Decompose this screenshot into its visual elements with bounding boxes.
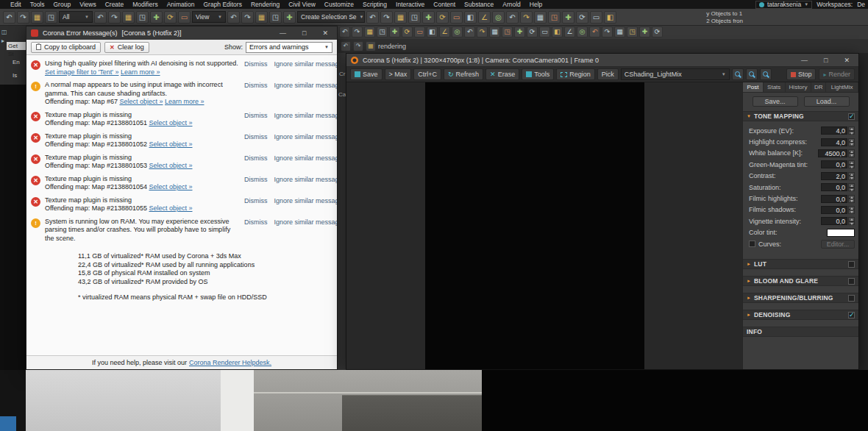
sharpening-checkbox[interactable]	[848, 295, 855, 302]
tab-lightmix[interactable]: LightMix	[826, 82, 858, 92]
toolbar-icon[interactable]	[366, 11, 379, 24]
toolbar-icon[interactable]	[45, 11, 57, 24]
saturation-spinner[interactable]: 0,0	[821, 183, 855, 191]
toolbar-icon[interactable]	[227, 11, 240, 24]
denoising-checkbox[interactable]	[848, 312, 855, 318]
viewport[interactable]	[26, 370, 868, 431]
spin-down-icon[interactable]	[848, 176, 855, 180]
spin-down-icon[interactable]	[848, 199, 855, 203]
toolbar-icon[interactable]	[122, 11, 135, 24]
section-tone-mapping[interactable]: TONE MAPPING	[743, 111, 858, 121]
toolbar-icon[interactable]: ◫	[1, 29, 7, 35]
maxscript-mini-listener[interactable]	[0, 416, 16, 431]
dismiss-link[interactable]: Dismiss	[244, 112, 268, 128]
toolbar-icon[interactable]	[604, 11, 616, 24]
toolbar-icon[interactable]	[402, 26, 413, 38]
section-lut[interactable]: LUT	[743, 259, 858, 269]
dismiss-link[interactable]: Dismiss	[244, 133, 268, 149]
toolbar-icon[interactable]	[450, 11, 463, 24]
menu-create[interactable]: Create	[105, 1, 124, 8]
copy-to-clipboard-button[interactable]: Copy to clipboard	[31, 42, 101, 53]
maximize-button[interactable]: □	[302, 29, 306, 37]
region-button[interactable]: Region	[556, 68, 595, 80]
toolbar-icon[interactable]	[652, 26, 663, 38]
vfb-titlebar[interactable]: Corona 5 (Hotfix 2) | 3200×4700px (1:8) …	[346, 54, 858, 67]
dismiss-link[interactable]: Dismiss	[244, 218, 268, 243]
save-button[interactable]: Save	[350, 68, 383, 80]
close-button[interactable]: ✕	[322, 29, 328, 37]
curves-checkbox[interactable]	[749, 241, 755, 247]
tab-history[interactable]: History	[786, 82, 812, 92]
zoom-in-button[interactable]	[732, 68, 744, 80]
toolbar-icon[interactable]	[502, 26, 513, 38]
spin-down-icon[interactable]	[848, 221, 855, 226]
toolbar-icon[interactable]	[164, 11, 177, 24]
dismiss-link[interactable]: Dismiss	[244, 82, 268, 107]
collapse-arrow-icon[interactable]	[747, 114, 751, 118]
toolbar-icon[interactable]	[377, 26, 388, 38]
select-object-link[interactable]: Select object »	[119, 98, 163, 105]
bloom-glare-checkbox[interactable]	[848, 278, 855, 285]
render-button[interactable]: ▸ Render	[819, 68, 855, 80]
menu-views[interactable]: Views	[79, 1, 96, 8]
selection-filter-dropdown[interactable]: All ▼	[59, 11, 93, 23]
get-started-tab[interactable]: Get St	[7, 42, 26, 50]
menu-scripting[interactable]: Scripting	[363, 1, 387, 8]
toolbar-icon[interactable]	[627, 26, 638, 38]
coordinate-system-dropdown[interactable]: View ▼	[192, 11, 226, 23]
toolbar-icon[interactable]	[178, 11, 191, 24]
ignore-similar-link[interactable]: Ignore similar messages	[274, 60, 338, 76]
toolbar-icon[interactable]	[439, 26, 450, 38]
render-canvas-area[interactable]	[346, 82, 742, 369]
section-sharpening-blurring[interactable]: SHARPENING/BLURRING	[743, 293, 858, 303]
select-object-link[interactable]: Select object »	[149, 183, 192, 190]
toolbar-icon[interactable]	[552, 26, 563, 38]
toolbar-icon[interactable]	[408, 11, 421, 24]
toolbar-icon[interactable]	[527, 26, 538, 38]
load-settings-button[interactable]: Load...	[804, 96, 850, 107]
menu-group[interactable]: Group	[54, 1, 71, 8]
menu-substance[interactable]: Substance	[464, 1, 494, 8]
menu-civil-view[interactable]: Civil View	[288, 1, 316, 8]
toolbar-icon[interactable]	[269, 11, 282, 24]
stop-button[interactable]: Stop	[786, 68, 817, 80]
tab-post[interactable]: Post	[743, 82, 764, 92]
toolbar-icon[interactable]	[414, 26, 425, 38]
menu-interactive[interactable]: Interactive	[396, 1, 424, 8]
ignore-similar-link[interactable]: Ignore similar messages	[274, 218, 338, 243]
menu-help[interactable]: Help	[530, 1, 542, 8]
dismiss-link[interactable]: Dismiss	[244, 176, 268, 192]
tab-dr[interactable]: DR	[811, 82, 826, 92]
toolbar-icon[interactable]	[136, 11, 149, 24]
toolbar-icon[interactable]	[94, 11, 107, 24]
collapse-arrow-icon[interactable]	[747, 313, 751, 317]
exposure-spinner[interactable]: 4,0	[821, 127, 855, 135]
toolbar-icon[interactable]	[150, 11, 163, 24]
section-denoising[interactable]: DENOISING	[743, 310, 858, 320]
toolbar-icon[interactable]	[353, 41, 363, 51]
toolbar-icon[interactable]	[31, 11, 43, 24]
select-object-link[interactable]: Select object »	[149, 204, 192, 212]
toolbar-icon[interactable]	[255, 11, 268, 24]
toolbar-icon[interactable]	[539, 26, 550, 38]
vignette-spinner[interactable]: 0,0	[821, 217, 855, 225]
ignore-similar-link[interactable]: Ignore similar messages	[274, 133, 338, 149]
menu-tools[interactable]: Tools	[30, 1, 45, 8]
toolbar-icon[interactable]	[576, 11, 588, 24]
collapse-arrow-icon[interactable]	[747, 262, 751, 266]
contrast-spinner[interactable]: 2,0	[821, 172, 855, 180]
lut-checkbox[interactable]	[848, 261, 855, 268]
learn-more-link[interactable]: Learn more »	[165, 98, 204, 105]
spin-down-icon[interactable]	[848, 188, 855, 192]
curves-editor-button[interactable]: Editor...	[821, 240, 855, 249]
toolbar-icon[interactable]	[478, 11, 491, 24]
toolbar-icon[interactable]	[548, 11, 561, 24]
menu-graph-editors[interactable]: Graph Editors	[203, 1, 241, 8]
filmic-highlights-spinner[interactable]: 0,0	[821, 195, 855, 203]
minimize-button[interactable]: —	[801, 57, 808, 64]
toolbar-icon[interactable]	[17, 11, 29, 24]
toolbar-icon[interactable]	[364, 26, 375, 38]
select-object-link[interactable]: Select object »	[149, 140, 192, 148]
toolbar-icon[interactable]	[108, 11, 121, 24]
toolbar-icon[interactable]	[492, 11, 505, 24]
